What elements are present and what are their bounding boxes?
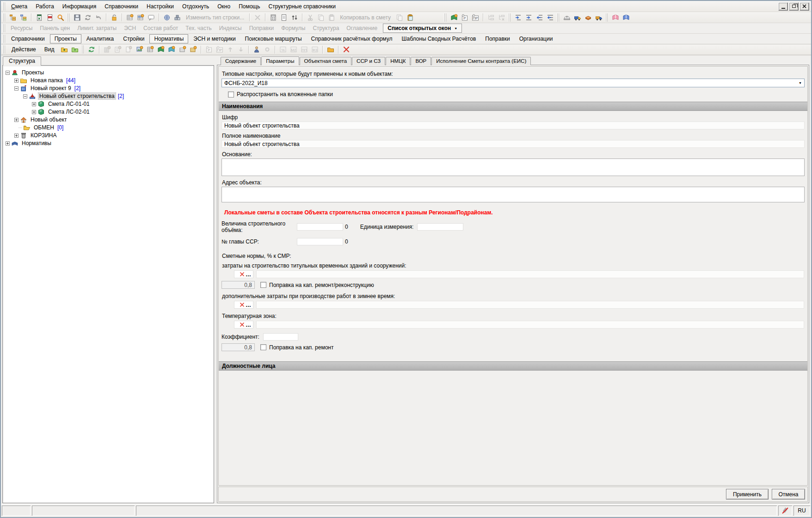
- project-tree[interactable]: ПроектыНовая папка[44]Новый проект 9[2]Н…: [2, 65, 214, 503]
- address-textarea[interactable]: [221, 187, 805, 202]
- collapse-icon[interactable]: [14, 86, 18, 91]
- collapse-icon[interactable]: [6, 71, 10, 75]
- close-button[interactable]: [800, 2, 809, 11]
- temp-buildings-code-field[interactable]: …: [234, 270, 253, 278]
- unit-field[interactable]: [417, 223, 463, 231]
- tab-inactive[interactable]: НМЦК: [386, 57, 410, 65]
- bricks-icon[interactable]: [583, 12, 593, 22]
- tree-item[interactable]: ОБМЕН[0]: [3, 124, 214, 131]
- menu-item[interactable]: Помощь: [234, 2, 264, 11]
- tree-item-label[interactable]: Новый объект строительства: [38, 93, 116, 99]
- tree-item-label[interactable]: Новый проект 9: [30, 85, 72, 91]
- tree-item-label[interactable]: КОРЗИНА: [30, 132, 57, 139]
- tree-item[interactable]: Новый объект: [3, 116, 214, 123]
- indent-2-icon[interactable]: [523, 12, 534, 22]
- workspace-tab[interactable]: Шаблоны Сводных Расчётов: [397, 34, 480, 43]
- toolbar-grip[interactable]: [81, 45, 85, 54]
- param-p-icon[interactable]: Р: [459, 12, 470, 22]
- tree-item-label[interactable]: Проекты: [21, 69, 45, 76]
- page-icon[interactable]: [278, 12, 289, 22]
- workspace-tab[interactable]: Организации: [515, 34, 557, 43]
- apply-button[interactable]: Применить: [726, 489, 769, 500]
- full-name-field[interactable]: Новый объект строительства: [221, 140, 805, 148]
- open-windows-dropdown[interactable]: Список открытых окон ▼: [383, 24, 462, 33]
- excel-icon[interactable]: [34, 12, 44, 22]
- expand-icon[interactable]: [14, 134, 18, 138]
- tree-item-label[interactable]: ОБМЕН: [33, 124, 55, 131]
- menu-item[interactable]: Справочники: [100, 2, 142, 11]
- menu-item[interactable]: Работа: [31, 2, 58, 11]
- tree-item-label[interactable]: Новый объект: [30, 116, 68, 123]
- workspace-tab[interactable]: Проекты: [50, 34, 81, 43]
- recalc-icon[interactable]: [161, 12, 172, 22]
- workspace-tab[interactable]: Поправки: [481, 34, 514, 43]
- tab-inactive[interactable]: Содержание: [221, 57, 261, 65]
- folder-orange-icon[interactable]: [325, 45, 336, 55]
- tree-item[interactable]: Новый объект строительства[2]: [3, 92, 214, 100]
- toolbar-grip[interactable]: [508, 13, 511, 22]
- toolbar-grip[interactable]: [605, 13, 609, 22]
- combobox-arrow-icon[interactable]: ▼: [799, 81, 802, 85]
- volume-field[interactable]: [297, 223, 343, 231]
- folder-add-icon[interactable]: [59, 45, 69, 55]
- temp-zone-name-field[interactable]: [256, 321, 804, 329]
- tab-structure[interactable]: Структура: [3, 56, 41, 66]
- menu-item[interactable]: Настройки: [142, 2, 178, 11]
- table-gear-icon[interactable]: [145, 45, 155, 55]
- action-menu[interactable]: Действие: [7, 45, 40, 54]
- temp-buildings-name-field[interactable]: [256, 270, 804, 278]
- tree-item[interactable]: Смета ЛС-02-01: [3, 108, 214, 116]
- restore-button[interactable]: [789, 2, 799, 11]
- truck-2-icon[interactable]: [593, 12, 604, 22]
- search-icon[interactable]: [55, 12, 66, 22]
- unlock-icon[interactable]: [109, 12, 119, 22]
- close-red-icon[interactable]: [341, 45, 351, 55]
- tree-item[interactable]: Проекты: [3, 69, 214, 76]
- toolbar-grip[interactable]: [3, 13, 6, 22]
- collapse-icon[interactable]: [23, 94, 27, 98]
- repair2-checkbox[interactable]: [260, 344, 266, 350]
- paste-clipboard-icon[interactable]: [405, 12, 415, 22]
- tab-active[interactable]: Параметры: [261, 56, 299, 65]
- basis-textarea[interactable]: [221, 158, 805, 176]
- tree-structure-2-icon[interactable]: [18, 12, 29, 22]
- tree-item[interactable]: Смета ЛС-01-01: [3, 100, 214, 108]
- chapter-field[interactable]: [297, 238, 343, 245]
- save-icon[interactable]: [72, 12, 82, 22]
- tree-item[interactable]: КОРЗИНА: [3, 132, 214, 139]
- tree-item-label[interactable]: Смета ЛС-02-01: [47, 109, 91, 115]
- toolbar-grip[interactable]: [67, 13, 70, 22]
- toolbar-grip[interactable]: [444, 13, 447, 22]
- book-export-icon[interactable]: [166, 45, 177, 55]
- tab-inactive[interactable]: ССР и СЗ: [352, 57, 385, 65]
- refresh-green-icon[interactable]: [86, 45, 97, 55]
- expand-icon[interactable]: [14, 79, 18, 83]
- menu-item[interactable]: Смета: [7, 2, 31, 11]
- ellipsis-button[interactable]: …: [246, 304, 252, 306]
- cipher-field[interactable]: Новый объект строительства: [221, 122, 805, 129]
- expand-icon[interactable]: [32, 110, 36, 114]
- ellipsis-button[interactable]: …: [246, 273, 252, 276]
- comment-icon[interactable]: [146, 12, 156, 22]
- repair1-checkbox[interactable]: [260, 282, 266, 288]
- tree-structure-icon[interactable]: [7, 12, 18, 22]
- toolbar-grip[interactable]: [557, 13, 560, 22]
- workspace-tab[interactable]: Поисковые маршруты: [241, 34, 306, 43]
- truck-icon[interactable]: [572, 12, 583, 22]
- toolbar-grip[interactable]: [3, 2, 6, 11]
- workspace-tab[interactable]: Аналитика: [82, 34, 118, 43]
- tree-item-label[interactable]: Смета ЛС-01-01: [47, 101, 91, 107]
- menu-item[interactable]: Окно: [213, 2, 234, 11]
- cancel-button[interactable]: Отмена: [772, 489, 805, 500]
- wizard-icon[interactable]: [251, 45, 262, 55]
- menu-item[interactable]: Информация: [58, 2, 100, 11]
- workspace-tab[interactable]: Нормативы: [149, 34, 188, 43]
- sort-icon[interactable]: [289, 12, 300, 22]
- action-menu[interactable]: Вид: [40, 45, 59, 54]
- row-orange-icon[interactable]: [177, 45, 188, 55]
- ellipsis-button[interactable]: …: [246, 323, 252, 326]
- workspace-tab[interactable]: Справочники: [7, 34, 49, 43]
- pdf-icon[interactable]: [44, 12, 55, 22]
- tree-item-label[interactable]: Нормативы: [21, 140, 52, 146]
- tree-item-label[interactable]: Новая папка: [30, 77, 64, 84]
